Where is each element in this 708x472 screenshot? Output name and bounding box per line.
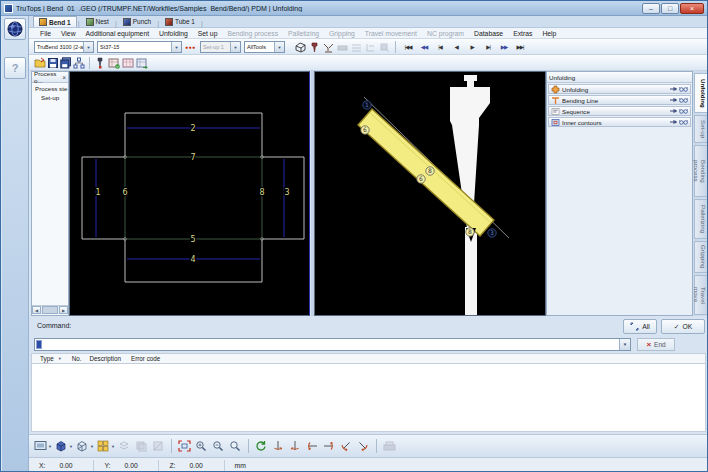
refresh-view-button[interactable] xyxy=(254,439,269,454)
tool-table-icon[interactable] xyxy=(122,57,134,69)
menu-extras[interactable]: Extras xyxy=(508,30,537,37)
upper-tool-icon[interactable] xyxy=(308,41,320,53)
chevron-down-icon[interactable]: ▼ xyxy=(619,339,630,350)
zoom-fit-button[interactable] xyxy=(177,439,192,454)
help-button[interactable]: ? xyxy=(4,57,26,79)
rotate-cw-button[interactable] xyxy=(339,439,354,454)
command-input[interactable]: ▼ xyxy=(34,338,631,351)
column-description[interactable]: Description xyxy=(89,355,121,362)
structure-tree-icon[interactable] xyxy=(73,57,85,69)
side-tab-set-up[interactable]: Set-up xyxy=(694,115,707,143)
rotate-up-icon xyxy=(272,440,284,452)
four-views-button[interactable] xyxy=(96,439,111,454)
glasses-icon[interactable] xyxy=(679,96,688,104)
save-all-icon[interactable] xyxy=(60,57,72,69)
rotate-down-button[interactable] xyxy=(288,439,303,454)
y-coord-value: 0.00 xyxy=(124,462,148,469)
step-row-bending-line[interactable]: Bending Line xyxy=(548,95,691,105)
tab-punch[interactable]: Punch xyxy=(118,16,156,27)
tab-bend[interactable]: Bend 1 xyxy=(33,16,77,27)
tab-tube[interactable]: Tube 1 xyxy=(160,16,200,27)
pin-icon[interactable] xyxy=(669,118,677,126)
nav-fast-back-button[interactable]: ◀◀ xyxy=(417,41,431,53)
sort-icon[interactable]: ▼ xyxy=(58,356,62,361)
tool-table-check-icon[interactable] xyxy=(108,57,120,69)
command-label: Command: xyxy=(37,322,71,329)
glasses-icon[interactable] xyxy=(679,85,688,93)
zoom-in-button[interactable] xyxy=(194,439,209,454)
column-error-code[interactable]: Error code xyxy=(131,355,160,362)
rotate-right-button[interactable] xyxy=(322,439,337,454)
menu-file[interactable]: File xyxy=(35,30,56,37)
chevron-down-icon[interactable]: ▼ xyxy=(171,42,181,52)
tree-item-set-up[interactable]: Set-up xyxy=(32,92,68,101)
message-table-header: Type ▼ No. Description Error code xyxy=(31,353,706,364)
step-row-inner-contours[interactable]: Inner contours xyxy=(548,117,691,127)
nav-next-group-button[interactable]: ▶| xyxy=(481,41,495,53)
tool-table-export-icon[interactable] xyxy=(136,57,148,69)
material-select[interactable]: St37-15 ▼ xyxy=(97,41,182,53)
simulation-view-canvas[interactable]: 1 6 6 8 8 3 xyxy=(314,71,546,316)
rotate-left-button[interactable] xyxy=(305,439,320,454)
title-bar[interactable]: TruTops | Bend_01_.GEO (/TRUMPF.NET/Work… xyxy=(1,1,707,16)
wireframe-view-button[interactable] xyxy=(75,439,90,454)
tree-item-process-steps[interactable]: Process ste xyxy=(32,83,68,92)
tab-nest[interactable]: Nest xyxy=(81,16,114,27)
view-orientation-button[interactable] xyxy=(33,439,48,454)
step-row-unfolding[interactable]: Unfolding xyxy=(548,84,691,94)
all-button[interactable]: All xyxy=(623,319,657,334)
tool-master-icon[interactable] xyxy=(94,57,106,69)
close-button[interactable]: × xyxy=(680,3,704,14)
process-panel-hscrollbar[interactable]: ◀ ▶ xyxy=(32,305,68,314)
open-folder-icon[interactable] xyxy=(34,57,46,69)
menu-additional-equipment[interactable]: Additional equipment xyxy=(81,30,154,37)
scroll-right-icon[interactable]: ▶ xyxy=(59,306,68,314)
side-tab-unfolding[interactable]: Unfolding xyxy=(694,73,707,113)
process-panel-header[interactable]: Process o... × xyxy=(32,72,68,83)
column-no[interactable]: No. xyxy=(72,355,82,362)
column-type[interactable]: Type xyxy=(40,355,54,362)
machine-select[interactable]: TruBend 3100 (2-axes)_B26 ▼ xyxy=(34,41,94,53)
trutops-logo-button[interactable] xyxy=(4,18,26,40)
save-icon[interactable] xyxy=(47,57,59,69)
scroll-thumb[interactable] xyxy=(42,306,58,314)
zoom-out-button[interactable] xyxy=(211,439,226,454)
expand-all-icon xyxy=(630,322,639,331)
lower-die-icon[interactable] xyxy=(322,41,334,53)
machine-bed-icon xyxy=(336,41,348,53)
menu-help[interactable]: Help xyxy=(537,30,561,37)
nav-first-button[interactable]: |◀◀ xyxy=(401,41,415,53)
menu-set-up[interactable]: Set up xyxy=(193,30,223,37)
pin-icon[interactable] xyxy=(669,96,677,104)
zoom-window-button[interactable] xyxy=(228,439,243,454)
end-button[interactable]: × End xyxy=(637,338,675,351)
nav-last-button[interactable]: ▶▶| xyxy=(513,41,527,53)
tools-filter-select[interactable]: AllTools ▼ xyxy=(244,41,285,53)
nav-prev-group-button[interactable]: |◀ xyxy=(433,41,447,53)
view-toolbar: ▼ ▼ ▼ ▼ xyxy=(29,434,708,457)
glasses-icon[interactable] xyxy=(679,107,688,115)
part-box-icon[interactable] xyxy=(294,41,306,53)
step-row-sequence[interactable]: Sequence xyxy=(548,106,691,116)
chevron-down-icon[interactable]: ▼ xyxy=(83,42,93,52)
message-list[interactable] xyxy=(31,364,706,432)
nav-next-button[interactable]: ▶ xyxy=(465,41,479,53)
menu-database[interactable]: Database xyxy=(469,30,508,37)
rotate-ccw-button[interactable] xyxy=(356,439,371,454)
glasses-icon[interactable] xyxy=(679,118,688,126)
maximize-button[interactable]: □ xyxy=(661,3,679,14)
scroll-left-icon[interactable]: ◀ xyxy=(32,306,41,314)
ok-button[interactable]: ✓ OK xyxy=(661,319,705,334)
rotate-up-button[interactable] xyxy=(271,439,286,454)
unfold-view-canvas[interactable]: 1 2 3 4 5 6 7 8 xyxy=(69,71,310,316)
menu-view[interactable]: View xyxy=(56,30,81,37)
solid-view-button[interactable] xyxy=(54,439,69,454)
minimize-button[interactable]: – xyxy=(642,3,660,14)
close-icon[interactable]: × xyxy=(62,74,66,81)
nav-fast-forward-button[interactable]: ▶▶ xyxy=(497,41,511,53)
nav-prev-button[interactable]: ◀ xyxy=(449,41,463,53)
pin-icon[interactable] xyxy=(669,107,677,115)
pin-icon[interactable] xyxy=(669,85,677,93)
chevron-down-icon[interactable]: ▼ xyxy=(274,42,284,52)
menu-unfolding[interactable]: Unfolding xyxy=(154,30,193,37)
